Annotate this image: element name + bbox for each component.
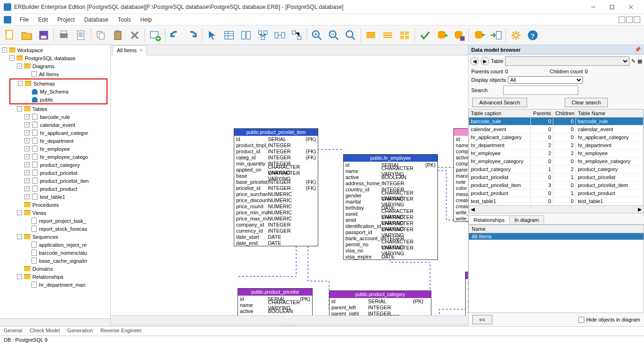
er-canvas[interactable]: public.product_pricelist_itemidSERIAL(PK…: [111, 55, 468, 315]
diagram-row[interactable]: All Items: [469, 233, 644, 240]
status-gen[interactable]: Generation: [67, 328, 92, 335]
grid4-button[interactable]: [272, 27, 288, 43]
tree-myschema[interactable]: My_Schema: [40, 89, 69, 94]
status-general[interactable]: General: [4, 328, 22, 335]
grid1-button[interactable]: [221, 27, 237, 43]
er-table-prod[interactable]: public.product_productidSERIAL(PK)defaul…: [465, 272, 468, 315]
redo-button[interactable]: [184, 27, 200, 43]
open-button[interactable]: [19, 27, 35, 43]
col-parents[interactable]: Parents: [531, 110, 553, 117]
tree-item[interactable]: application_reject_re: [1, 241, 109, 249]
db-down-button[interactable]: [471, 27, 487, 43]
db-save-button[interactable]: [451, 27, 467, 43]
print-button[interactable]: [56, 27, 72, 43]
tree-domains[interactable]: Domains: [32, 266, 53, 272]
paste-button[interactable]: [110, 27, 126, 43]
tree-diagrams[interactable]: Diagrams: [32, 63, 54, 69]
table-select[interactable]: [505, 56, 629, 66]
advanced-search-button[interactable]: Advanced Search: [472, 98, 527, 107]
tree-item[interactable]: hr_department_man: [1, 281, 109, 289]
help-button[interactable]: ?: [525, 27, 541, 43]
menu-tools[interactable]: Tools: [113, 15, 136, 24]
tree-item[interactable]: +hr_employee_catego: [1, 153, 109, 161]
grid-row[interactable]: calendar_event00calendar_event: [469, 125, 644, 133]
canvas-tab-allitems[interactable]: All Items×: [113, 46, 147, 55]
tree-relationships[interactable]: Relationships: [32, 274, 63, 280]
tree-schemas[interactable]: Schemas: [33, 81, 55, 86]
tab-in-diagram[interactable]: In diagram: [509, 215, 544, 224]
tree-item[interactable]: +test_table1: [1, 193, 109, 201]
grid-row[interactable]: hr_applicant_category00hr_applicant_cate…: [469, 133, 644, 141]
display-objects-select[interactable]: All: [508, 76, 583, 84]
maximize-button[interactable]: [603, 0, 621, 14]
pin-icon[interactable]: 📌: [635, 47, 641, 53]
grid-row[interactable]: product_pricelist01product_pricelist: [469, 173, 644, 181]
tree-workspace[interactable]: Workspace: [17, 47, 43, 53]
search-input[interactable]: [503, 86, 578, 95]
grid2-button[interactable]: [238, 27, 254, 43]
tree-item[interactable]: report_stock_forecas: [1, 225, 109, 233]
tree-item[interactable]: +product_pricelist: [1, 169, 109, 177]
tree-item[interactable]: report_project_task_: [1, 217, 109, 225]
doc-close-icon[interactable]: [634, 16, 640, 23]
menu-database[interactable]: Database: [79, 15, 113, 24]
menu-help[interactable]: Help: [136, 15, 157, 24]
copy-button[interactable]: [93, 27, 109, 43]
tree-views[interactable]: Views: [32, 210, 46, 216]
back-button[interactable]: <<: [472, 315, 492, 324]
relationships-grid[interactable]: Name All Items: [468, 225, 644, 313]
tree-item[interactable]: +hr_applicant_categor: [1, 129, 109, 137]
tree-item[interactable]: +product_pricelist_iten: [1, 177, 109, 185]
layer2-button[interactable]: [380, 27, 396, 43]
add-table-button[interactable]: [147, 27, 163, 43]
grid-row[interactable]: hr_employee_category00hr_employee_catego…: [469, 157, 644, 165]
grid-row[interactable]: product_category12product_category: [469, 165, 644, 173]
tree-item[interactable]: +hr_department: [1, 137, 109, 145]
hide-objects-checkbox[interactable]: Hide objects in diagram: [578, 317, 640, 323]
tree-item[interactable]: +hr_employee: [1, 145, 109, 153]
zoom-in-button[interactable]: [309, 27, 325, 43]
new-button[interactable]: [2, 27, 18, 43]
nav-fwd-icon[interactable]: ▶: [481, 57, 489, 65]
tree-sequences[interactable]: Sequences: [32, 234, 58, 240]
settings-button[interactable]: [508, 27, 524, 43]
report-button[interactable]: [73, 27, 89, 43]
grid-row[interactable]: hr_employee22hr_employee: [469, 149, 644, 157]
tree-item[interactable]: barcode_nomenclatu: [1, 249, 109, 257]
grid3-button[interactable]: [255, 27, 271, 43]
grid-icon[interactable]: ▦: [637, 58, 642, 64]
check-button[interactable]: [417, 27, 433, 43]
close-tab-icon[interactable]: ×: [139, 47, 143, 54]
col-children[interactable]: Children: [553, 110, 576, 117]
db-export-button[interactable]: [488, 27, 504, 43]
grid5-button[interactable]: [289, 27, 305, 43]
tree-item[interactable]: +calendar_event: [1, 121, 109, 129]
col-caption[interactable]: Table caption: [469, 110, 531, 117]
tree-item[interactable]: +barcode_rule: [1, 113, 109, 121]
canvas-scrollbar-h[interactable]: [111, 315, 468, 323]
tree-public[interactable]: public: [40, 97, 54, 102]
status-rev[interactable]: Reverse Engineer: [100, 328, 142, 335]
er-table-cat[interactable]: public.product_categoryidSERIAL(PK)paren…: [329, 290, 431, 315]
undo-button[interactable]: [167, 27, 183, 43]
er-table-pli[interactable]: public.product_pricelist_itemidSERIAL(PK…: [234, 128, 318, 246]
tree-tables[interactable]: Tables: [32, 106, 47, 112]
tree-db[interactable]: PostgreSQL database: [25, 55, 76, 61]
minimize-button[interactable]: [584, 0, 603, 14]
save-button[interactable]: [36, 27, 52, 43]
er-table-dept[interactable]: public.hr_departmentidSERIAL(PK)nameCHAR…: [453, 128, 468, 222]
status-check[interactable]: Check Model: [30, 328, 60, 335]
grid-row[interactable]: product_pricelist_item30product_pricelis…: [469, 181, 644, 189]
clear-search-button[interactable]: Clear search: [565, 98, 608, 107]
tree-scrollbar-h[interactable]: [0, 318, 110, 326]
grid-row[interactable]: product_product01product_product: [469, 189, 644, 197]
menu-edit[interactable]: Edit: [33, 15, 53, 24]
er-table-pl[interactable]: public.product_pricelistidSERIAL(PK)name…: [238, 288, 313, 315]
workspace-tree[interactable]: −Workspace −PostgreSQL database −Diagram…: [0, 45, 110, 318]
layer1-button[interactable]: [363, 27, 379, 43]
menu-project[interactable]: Project: [53, 15, 79, 24]
tree-item[interactable]: +product_product: [1, 185, 109, 193]
grid-row[interactable]: test_table100test_table1: [469, 197, 644, 205]
tab-relationships[interactable]: Relationships: [468, 215, 510, 224]
er-table-emp[interactable]: public.hr_employeeidSERIAL(PK)nameCHARAC…: [343, 154, 438, 260]
